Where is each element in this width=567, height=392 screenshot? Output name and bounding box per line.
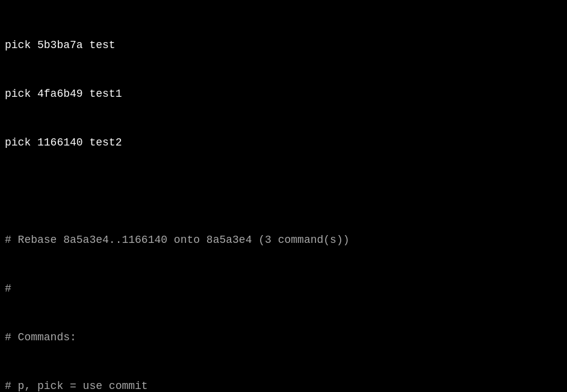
line-hash1: # xyxy=(5,281,567,297)
line-pick1: pick 5b3ba7a test xyxy=(5,37,567,54)
line-blank1 xyxy=(5,183,567,200)
terminal-window: pick 5b3ba7a test pick 4fa6b49 test1 pic… xyxy=(5,5,567,392)
line-pick2: pick 4fa6b49 test1 xyxy=(5,86,567,102)
line-pick3: pick 1166140 test2 xyxy=(5,135,567,151)
line-pick-cmd: # p, pick = use commit xyxy=(5,378,567,392)
line-commands-header: # Commands: xyxy=(5,329,567,346)
line-rebase: # Rebase 8a5a3e4..1166140 onto 8a5a3e4 (… xyxy=(5,232,567,248)
